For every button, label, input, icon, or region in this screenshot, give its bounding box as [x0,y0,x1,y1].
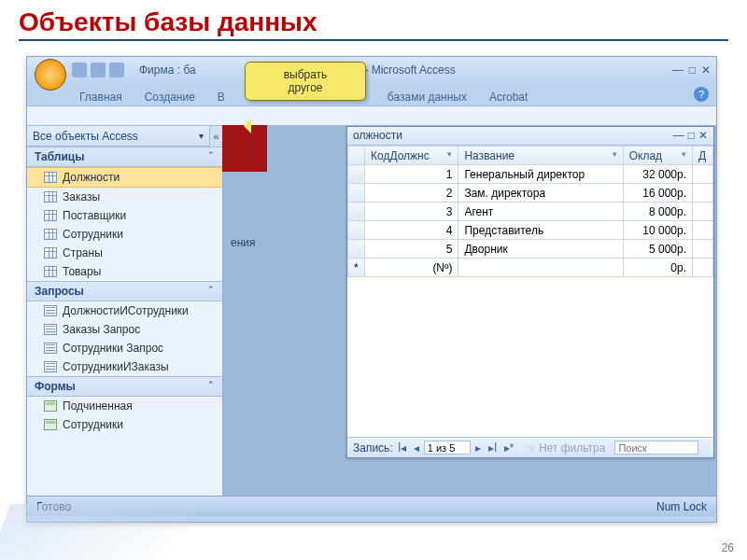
nav-item-table[interactable]: Поставщики [27,206,222,225]
nav-item-form[interactable]: Сотрудники [27,415,222,434]
navigation-pane: Все объекты Access ▾ « Таблицы⌃ Должност… [27,126,223,496]
close-button[interactable]: ✕ [701,63,711,77]
help-icon[interactable]: ? [694,87,709,102]
nav-item-label: Товары [63,265,101,278]
nav-item-table[interactable]: Сотрудники [27,225,222,244]
nav-section-forms[interactable]: Формы⌃ [27,376,222,397]
nav-collapse-button[interactable]: « [209,126,222,147]
minimize-button[interactable]: — [672,63,684,77]
nav-item-label: Сотрудники [63,418,123,431]
nav-item-label: Поставщики [63,209,126,222]
child-close-button[interactable]: ✕ [698,129,708,143]
callout-line2: другое [253,81,358,94]
nav-section-label: Таблицы [35,150,84,163]
first-record-button[interactable]: ⅼ◂ [395,441,409,455]
nav-item-label: Должности [63,171,120,184]
nav-item-label: Сотрудники [63,228,123,241]
maximize-button[interactable]: □ [689,63,696,77]
prev-record-button[interactable]: ◂ [411,441,422,455]
query-icon [44,305,57,316]
record-position-input[interactable] [424,441,471,455]
table-icon [44,172,57,183]
redo-icon[interactable] [109,63,124,77]
table-row[interactable]: 4Представитель10 000р. [348,221,713,240]
nav-section-label: Запросы [35,285,84,298]
table-row[interactable]: 1Генеральный директор32 000р. [348,165,713,184]
column-header-name[interactable]: Название▾ [458,147,623,165]
nav-item-label: Подчиненная [63,399,133,413]
office-button[interactable] [35,59,66,91]
query-icon [44,361,57,372]
collapse-icon[interactable]: ⌃ [207,285,215,298]
callout-line1: выбрать [253,68,358,81]
tab-acrobat[interactable]: Acrobat [486,89,531,105]
nav-item-label: ДолжностиИСотрудники [63,304,189,317]
table-row[interactable]: 2Зам. директора16 000р. [348,184,713,203]
nav-item-label: Страны [63,246,103,259]
next-record-button[interactable]: ▸ [472,441,484,455]
background-text: ения [231,236,256,249]
save-icon[interactable] [72,63,87,77]
nav-item-label: СотрудникиИЗаказы [63,360,169,373]
child-minimize-button[interactable]: — [673,129,684,143]
datasheet-title: олжности [353,129,402,143]
column-header-extra[interactable]: Д [693,147,713,165]
query-icon [44,324,57,335]
record-navigator: Запись: ⅼ◂ ◂ ▸ ▸ⅼ ▸* Нет фильтра [347,437,713,457]
nav-item-query[interactable]: ДолжностиИСотрудники [27,301,222,320]
datasheet-titlebar: олжности — □ ✕ [347,127,713,146]
nav-item-query[interactable]: Сотрудники Запрос [27,339,222,357]
chevron-down-icon[interactable]: ▾ [199,131,204,141]
slide-decoration [0,504,197,560]
data-grid[interactable]: КодДолжнс▾ Название▾ Оклад▾ Д 1Генеральн… [347,146,713,277]
nav-item-label: Заказы Запрос [63,323,140,336]
collapse-icon[interactable]: ⌃ [207,150,215,163]
ribbon-body [27,105,716,126]
nav-item-table[interactable]: Товары [27,262,222,281]
table-row[interactable]: 3Агент8 000р. [348,203,713,221]
nav-item-table[interactable]: Заказы [27,188,222,206]
nav-item-query[interactable]: СотрудникиИЗаказы [27,357,222,376]
last-record-button[interactable]: ▸ⅼ [486,441,500,455]
nav-header[interactable]: Все объекты Access ▾ [27,126,209,147]
table-icon [44,210,57,221]
nav-item-form[interactable]: Подчиненная [27,397,222,415]
table-new-row[interactable]: *(Nº)0р. [348,259,713,277]
slide-title: Объекты базы данных [0,0,747,37]
nav-section-tables[interactable]: Таблицы⌃ [27,147,222,167]
table-icon [44,247,57,259]
title-underline [19,39,728,41]
column-header-salary[interactable]: Оклад▾ [623,147,692,165]
nav-header-label: Все объекты Access [33,130,138,143]
quick-access-toolbar [72,63,124,77]
tab-home[interactable]: Главная [76,89,126,105]
document-area: ения олжности — □ ✕ КодДолжнс▾ Название▾ [223,126,716,496]
new-record-button[interactable]: ▸* [501,441,517,455]
annotation-callout: выбрать другое [245,62,366,101]
form-icon [44,419,57,430]
tab-unknown[interactable]: В [214,89,229,105]
tab-create[interactable]: Создание [141,89,199,105]
child-maximize-button[interactable]: □ [688,129,695,143]
column-header-id[interactable]: КодДолжнс▾ [365,147,458,165]
nav-section-label: Формы [35,380,76,393]
tab-dbtools[interactable]: базами данных [384,89,471,105]
table-row[interactable]: 5Дворник5 000р. [348,240,713,259]
filter-indicator[interactable]: Нет фильтра [528,441,605,455]
page-number: 26 [722,541,734,554]
table-icon [44,229,57,240]
datasheet-window: олжности — □ ✕ КодДолжнс▾ Название▾ Окла… [346,126,714,458]
undo-icon[interactable] [91,63,106,77]
status-numlock: Num Lock [656,500,707,513]
titlebar: Фирма : ба 00) - Microsoft Access — □ ✕ [27,57,716,83]
nav-item-table[interactable]: Страны [27,244,222,262]
nav-section-queries[interactable]: Запросы⌃ [27,281,222,301]
nav-item-label: Заказы [63,190,100,203]
search-input[interactable] [614,441,698,455]
recnav-label: Запись: [353,441,393,455]
nav-item-query[interactable]: Заказы Запрос [27,320,222,339]
row-selector-header[interactable] [348,147,365,165]
nav-item-table[interactable]: Должности [27,167,222,188]
collapse-icon[interactable]: ⌃ [207,380,215,393]
window-title-left: Фирма : ба [139,63,196,77]
